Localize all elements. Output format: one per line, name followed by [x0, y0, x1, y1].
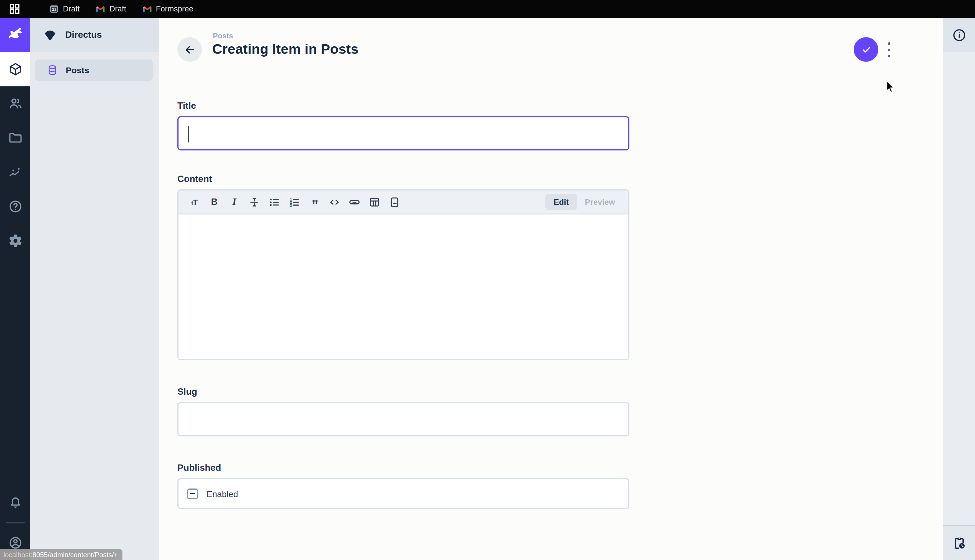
rabbit-icon [5, 25, 25, 45]
published-toggle[interactable]: Enabled [177, 478, 629, 509]
mouse-cursor [886, 81, 896, 94]
project-header[interactable]: Directus [30, 18, 159, 52]
people-icon [8, 96, 23, 111]
avatar-icon [8, 535, 23, 550]
table-icon[interactable] [365, 193, 385, 210]
blockquote-icon[interactable]: ” [304, 193, 325, 210]
bookmark-draft-calendar[interactable]: 31 Draft [42, 2, 87, 16]
slug-input[interactable] [177, 402, 629, 437]
nav-sidebar: Directus Posts [30, 18, 159, 560]
svg-text:3: 3 [290, 203, 292, 207]
fan-icon [43, 28, 57, 42]
checkbox-label: Enabled [207, 489, 238, 498]
numbered-list-icon[interactable]: 1 2 3 [284, 193, 304, 210]
code-icon[interactable] [325, 193, 345, 210]
database-icon [47, 64, 58, 76]
tab-edit[interactable]: Edit [545, 194, 577, 210]
editor-body[interactable] [178, 215, 628, 360]
back-button[interactable] [177, 37, 202, 62]
heading-icon[interactable]: tT [184, 193, 204, 210]
apps-grid-icon[interactable] [5, 2, 24, 16]
gmail-icon [142, 4, 152, 14]
browser-bookmarks-bar: 31 Draft Draft [0, 0, 975, 18]
check-icon [860, 44, 872, 55]
right-sidebar-rail [943, 18, 975, 560]
checkbox-indeterminate-icon[interactable] [187, 488, 198, 499]
insights-icon [8, 165, 23, 180]
status-path: 8055/admin/content/Posts/+ [32, 550, 118, 558]
clipboard-clock-icon [952, 536, 966, 550]
notifications-button[interactable] [0, 486, 30, 520]
field-label: Content [177, 174, 629, 184]
save-button[interactable] [854, 37, 878, 62]
cube-icon [8, 62, 23, 77]
page-header: Posts Creating Item in Posts [159, 18, 943, 81]
project-name: Directus [65, 30, 102, 40]
bullet-list-icon[interactable] [264, 193, 284, 210]
field-content: Content tT B I [177, 174, 629, 360]
revisions-button[interactable] [943, 525, 975, 560]
markdown-editor: tT B I [177, 189, 629, 360]
info-button[interactable] [943, 18, 975, 52]
bold-icon[interactable]: B [204, 193, 224, 210]
field-title: Title [177, 101, 629, 150]
modulebar-divider [6, 522, 25, 523]
title-input[interactable] [177, 116, 629, 150]
browser-status-bubble: localhost:8055/admin/content/Posts/+ [0, 549, 122, 560]
gear-icon [8, 233, 23, 248]
help-icon [8, 199, 23, 214]
editor-toolbar: tT B I [178, 190, 628, 215]
module-docs[interactable] [0, 189, 30, 224]
module-content[interactable] [0, 52, 30, 87]
italic-icon[interactable]: I [224, 193, 244, 210]
module-files[interactable] [0, 121, 30, 155]
status-host: localhost: [3, 550, 32, 558]
field-label: Title [177, 101, 629, 111]
bookmark-label: Draft [63, 5, 80, 13]
directus-logo[interactable] [0, 18, 30, 52]
link-icon[interactable] [345, 193, 365, 210]
strikethrough-icon[interactable] [244, 193, 264, 210]
module-users[interactable] [0, 87, 30, 121]
image-icon[interactable] [385, 193, 405, 210]
field-label: Slug [177, 387, 629, 397]
svg-text:31: 31 [52, 7, 57, 12]
arrow-left-icon [183, 43, 196, 56]
directus-app: 31 Draft Draft [0, 0, 975, 560]
calendar-icon: 31 [49, 4, 59, 14]
info-icon [952, 28, 966, 42]
breadcrumb[interactable]: Posts [213, 32, 233, 40]
sidebar-item-posts[interactable]: Posts [35, 60, 153, 81]
sidebar-item-label: Posts [66, 65, 89, 75]
bookmark-label: Draft [110, 5, 127, 13]
main-content: Posts Creating Item in Posts Title [159, 18, 943, 560]
field-label: Published [177, 463, 629, 473]
text-caret [188, 126, 188, 142]
field-published: Published Enabled [177, 463, 629, 509]
bookmark-draft-gmail[interactable]: Draft [89, 2, 133, 16]
bell-icon [8, 495, 23, 510]
more-options-button[interactable] [884, 42, 894, 57]
bookmark-formspree[interactable]: Formspree [135, 2, 200, 16]
module-settings[interactable] [0, 224, 30, 258]
gmail-icon [96, 4, 105, 14]
module-insights[interactable] [0, 155, 30, 189]
module-bar [0, 18, 30, 560]
bookmark-label: Formspree [156, 5, 193, 13]
page-title: Creating Item in Posts [212, 41, 358, 57]
tab-preview[interactable]: Preview [577, 194, 623, 210]
field-slug: Slug [177, 387, 629, 437]
folder-icon [8, 130, 23, 145]
